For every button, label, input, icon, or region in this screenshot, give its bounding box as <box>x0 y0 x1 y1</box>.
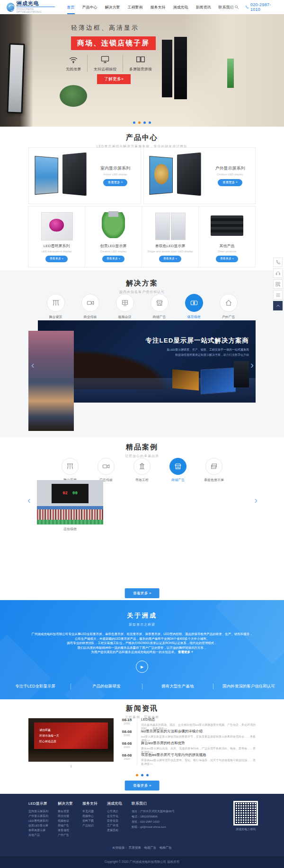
view-more-button[interactable]: 查看更多 + <box>102 256 124 262</box>
news-item-title[interactable]: led显示屏安装的方法和步骤的详细介绍 <box>141 729 257 734</box>
footer-link[interactable]: 工厂环境 <box>107 823 122 828</box>
product-card-dual-color[interactable]: 单双色LED显示屏 Single and double color LED di… <box>142 206 199 267</box>
solutions-carousel-prev-slide[interactable] <box>28 331 74 431</box>
footer-column: 服务支持 常见问题视频中心资料下载产品知识 <box>82 801 98 837</box>
news-item-title[interactable]: LED动态 <box>141 717 257 722</box>
next-arrow[interactable]: › <box>254 495 257 505</box>
footer-qr: 洲成光电二维码 <box>232 801 259 837</box>
header-phone: 020-2987-1010 <box>245 2 277 12</box>
menu-button[interactable] <box>273 290 283 300</box>
footer-link[interactable]: 户外显示屏系列 <box>28 814 48 818</box>
logo[interactable]: 洲成光电 ZHOUCHENG OPTOELECTRONIC <box>7 1 55 13</box>
tab-outdoor-ad[interactable]: 户外广告 <box>218 294 240 319</box>
case-photo-stadium[interactable]: 02 00 <box>37 480 103 524</box>
product-card-transparent[interactable]: LED透明屏系列 LED transparent display 查看更多 + <box>28 206 85 267</box>
nav-item[interactable]: 洲成光电 <box>173 0 188 14</box>
footer-link[interactable]: 常见问题 <box>82 809 98 814</box>
footer-link[interactable]: 荣誉资质 <box>107 818 122 823</box>
view-more-button[interactable]: 查看更多 + <box>103 179 128 186</box>
footer-link[interactable]: 舞台背景 <box>58 809 73 814</box>
tab-conference[interactable]: 视频会议 <box>114 294 136 319</box>
hero-cta-button[interactable]: 了解更多» <box>97 74 131 84</box>
tab-stage[interactable]: 舞台背景 <box>45 294 67 319</box>
tab-stage-application[interactable]: 舞台应用 <box>59 458 81 482</box>
carousel-dot[interactable] <box>138 121 141 124</box>
footer-link[interactable]: 视频会议 <box>58 818 73 823</box>
nav-item[interactable]: 新闻资讯 <box>196 0 211 14</box>
footer-link[interactable]: 产品知识 <box>82 823 98 828</box>
back-to-top-button[interactable] <box>273 301 283 310</box>
footer-link[interactable]: 商业传媒 <box>58 814 73 818</box>
search-icon[interactable] <box>234 4 240 10</box>
slide-subtext: 集LED显示屏研发、生产、销售、工程安装于一体的一站式服务商 <box>167 348 249 352</box>
about-more-link[interactable]: 查看更多 + <box>178 650 193 653</box>
friend-links[interactable]: 友情链接： 百度搜索 电视广告 电梯广告 <box>0 846 284 850</box>
product-card-creative[interactable]: 创意LED显示屏 Creative LED display 查看更多 + <box>85 206 142 267</box>
nav-item[interactable]: 服务支持 <box>151 0 166 14</box>
led-screen-collage <box>172 370 199 391</box>
carousel-dot[interactable] <box>136 774 138 776</box>
carousel-dot[interactable] <box>133 121 135 124</box>
news-item[interactable]: 08-08 2020 舞台led显示屏的特点和优势 舞台led显示屏以高清、高亮… <box>121 741 257 752</box>
footer-link[interactable]: 发展历程 <box>107 828 122 833</box>
customer-service-button[interactable] <box>273 268 283 278</box>
nav-item[interactable]: 工程案例 <box>128 0 143 14</box>
footer-link[interactable]: 视频中心 <box>82 814 98 818</box>
footer-link[interactable]: 单双色显示屏 <box>28 828 48 833</box>
news-item-title[interactable]: 舞台led显示屏的特点和优势 <box>141 741 257 746</box>
footer-column-title: 服务支持 <box>82 801 98 806</box>
tab-municipal[interactable]: 市政工程 <box>131 458 153 482</box>
carousel-dot[interactable] <box>146 774 149 776</box>
prev-arrow[interactable]: ‹ <box>27 495 31 505</box>
nav-item[interactable]: 产品中心 <box>82 0 98 14</box>
nav-item[interactable]: 首页 <box>67 0 75 14</box>
view-more-button[interactable]: 查看更多 + <box>159 256 181 262</box>
footer-link[interactable]: 体育场馆 <box>58 828 73 833</box>
news-item[interactable]: 08-08 2020 led显示屏安装的方法和步骤的详细介绍 led显示屏安装是… <box>121 729 257 740</box>
news-item-title[interactable]: 双基色led显示屏尺寸与室内外的拼装规格 <box>141 753 257 757</box>
tab-dual-color[interactable]: 单双色显示屏 <box>203 458 225 482</box>
next-arrow[interactable]: › <box>250 360 254 370</box>
footer-link[interactable]: 户外广告 <box>58 833 73 837</box>
play-video-button[interactable]: ▶ <box>136 661 148 673</box>
news-item[interactable]: 08-15 2020 LED动态 现在越来越多的商场、酒店、企业都在使用led显… <box>121 717 257 729</box>
feature-label: 无线传屏 <box>66 67 81 72</box>
view-more-button[interactable]: 查看更多 + <box>218 179 242 186</box>
nav-item[interactable]: 联系我们 <box>219 0 234 14</box>
product-card-other[interactable]: 其他产品 Other products 查看更多 + <box>198 206 256 267</box>
tab-shop-ad[interactable]: 商铺广告 <box>167 458 189 482</box>
curtain-icon <box>52 299 60 307</box>
footer-link[interactable]: 创意LED显示屏 <box>28 823 48 828</box>
news-item[interactable]: 08-08 2020 双基色led显示屏尺寸与室内外的拼装规格 双基色led显示… <box>121 753 257 764</box>
product-card-indoor[interactable]: 室内显示屏系列 Indoor LED display 查看更多 + <box>28 147 141 204</box>
nav-item[interactable]: 解决方案 <box>105 0 120 14</box>
footer-link[interactable]: 商铺广告 <box>58 823 73 828</box>
prev-arrow[interactable]: ‹ <box>31 360 35 370</box>
footer-link[interactable]: LED透明屏系列 <box>28 818 48 823</box>
footer-link[interactable]: 资料下载 <box>82 818 98 823</box>
news-more-button[interactable]: 查看更多 » <box>125 781 160 791</box>
footer-link[interactable]: 公司简介 <box>107 809 122 814</box>
carousel-dot[interactable] <box>149 121 151 124</box>
case-caption: 运动场馆 <box>37 527 103 532</box>
phone-contact-button[interactable] <box>273 258 283 267</box>
product-card-outdoor[interactable]: 户外显示屏系列 Outdoor LED display 查看更多 + <box>143 147 256 204</box>
carousel-dot[interactable] <box>143 121 146 124</box>
tab-media[interactable]: 商业传媒 <box>80 294 101 319</box>
tab-ad-media[interactable]: 广告传媒 <box>95 458 117 482</box>
view-more-button[interactable]: 查看更多 + <box>216 256 238 262</box>
crowd <box>37 509 103 520</box>
tab-stadium[interactable]: 体育场馆 <box>183 294 205 319</box>
news-photo[interactable]: 诚信双赢环球市场每一天匠心铸造品质 <box>28 718 114 762</box>
news-date: 08-15 2020 <box>121 717 133 725</box>
carousel-dot[interactable] <box>141 774 143 776</box>
view-more-button[interactable]: 查看更多 + <box>45 256 68 262</box>
qrcode-button[interactable] <box>273 279 283 289</box>
footer-link[interactable]: 室内显示屏系列 <box>28 809 48 814</box>
tab-shop-ad[interactable]: 商铺广告 <box>149 294 170 319</box>
photo-text-line: 诚信双赢 <box>39 728 108 732</box>
cases-more-button[interactable]: 查看更多 » <box>125 588 160 598</box>
footer-link[interactable]: 企业文化 <box>107 814 122 818</box>
about-feature-bar: 专注于LED全彩显示屏产品的创新研发拥有大型生产基地国内外资深的客户信任和认可 <box>0 680 284 693</box>
footer-link[interactable]: 其他产品 <box>28 833 48 837</box>
